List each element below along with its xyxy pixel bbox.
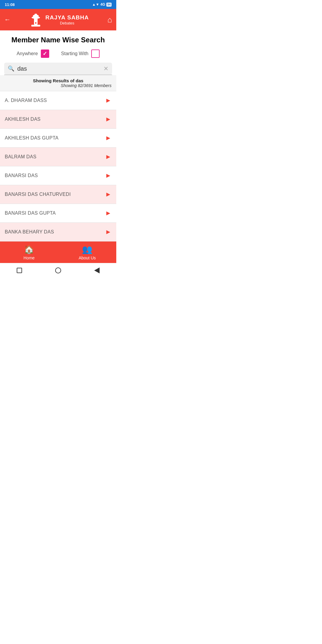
starting-with-label: Starting With (61, 51, 89, 56)
member-row[interactable]: AKHILESH DAS ► (0, 110, 116, 129)
search-input[interactable]: das (17, 65, 100, 72)
results-count: Showing 82/3691 Members (5, 83, 112, 90)
nav-home[interactable]: 🏠 Home (0, 242, 58, 263)
network-type: 4G (100, 2, 105, 7)
member-name: AKHILESH DAS (5, 117, 41, 122)
search-bar[interactable]: 🔍 das ✕ (4, 63, 112, 75)
member-name: BANARSI DAS CHATURVEDI (5, 192, 71, 197)
member-arrow-icon: ► (105, 191, 112, 198)
member-row[interactable]: BANARSI DAS ► (0, 166, 116, 185)
bottom-nav: 🏠 Home 👥 About Us (0, 242, 116, 263)
recent-icon (17, 268, 22, 273)
member-row[interactable]: AKHILESH DAS GUPTA ► (0, 129, 116, 148)
nav-about[interactable]: 👥 About Us (58, 242, 116, 263)
member-list: A. DHARAM DASS ► AKHILESH DAS ► AKHILESH… (0, 91, 116, 242)
member-arrow-icon: ► (105, 97, 112, 104)
member-arrow-icon: ► (105, 172, 112, 179)
header-title-block: RAJYA SABHA Debates (45, 14, 89, 25)
signal-icon: ▲▼ (92, 2, 99, 7)
back-triangle-icon (94, 267, 100, 273)
svg-rect-0 (31, 25, 40, 27)
member-arrow-icon: ► (105, 134, 112, 142)
member-arrow-icon: ► (105, 209, 112, 217)
header-title: RAJYA SABHA (45, 14, 89, 21)
app-header: ← RAJYA SABHA Debates ⌂ (0, 9, 116, 30)
search-icon: 🔍 (8, 65, 14, 72)
member-row[interactable]: A. DHARAM DASS ► (0, 91, 116, 110)
member-name: BANARSI DAS GUPTA (5, 210, 56, 216)
status-bar: 11:08 ▲▼ 4G 94 (0, 0, 116, 9)
anywhere-option[interactable]: Anywhere (17, 49, 49, 58)
member-arrow-icon: ► (105, 153, 112, 161)
member-name: BALRAM DAS (5, 154, 36, 160)
anywhere-label: Anywhere (17, 51, 38, 56)
member-name: AKHILESH DAS GUPTA (5, 135, 58, 141)
member-name: BANARSI DAS (5, 173, 38, 178)
android-recent-button[interactable] (16, 267, 23, 274)
back-button[interactable]: ← (4, 16, 11, 24)
member-name: BANKA BEHARY DAS (5, 229, 54, 235)
home-icon-header[interactable]: ⌂ (107, 15, 112, 24)
results-header: Showing Results of das Showing 82/3691 M… (0, 75, 116, 91)
svg-rect-4 (35, 14, 37, 16)
anywhere-checkbox[interactable] (41, 49, 49, 58)
home-circle-icon (55, 267, 61, 273)
header-subtitle: Debates (45, 21, 89, 25)
app-logo (29, 12, 42, 27)
android-home-button[interactable] (55, 267, 62, 274)
android-back-button[interactable] (93, 267, 100, 274)
clear-icon[interactable]: ✕ (103, 65, 109, 72)
member-row[interactable]: BANKA BEHARY DAS ► (0, 223, 116, 242)
home-icon-nav: 🏠 (24, 244, 34, 254)
member-row[interactable]: BANARSI DAS GUPTA ► (0, 204, 116, 223)
member-arrow-icon: ► (105, 228, 112, 236)
status-right: ▲▼ 4G 94 (92, 2, 112, 7)
page-title-section: Member Name Wise Search (0, 30, 116, 47)
search-options: Anywhere Starting With (0, 47, 116, 63)
about-icon-nav: 👥 (82, 244, 92, 254)
page-title: Member Name Wise Search (5, 36, 112, 44)
svg-point-5 (35, 22, 37, 24)
about-nav-label: About Us (79, 256, 96, 260)
member-arrow-icon: ► (105, 115, 112, 123)
member-row[interactable]: BANARSI DAS CHATURVEDI ► (0, 185, 116, 204)
battery-icon: 94 (106, 3, 112, 7)
member-row[interactable]: BALRAM DAS ► (0, 148, 116, 166)
android-nav-bar (0, 263, 116, 278)
home-nav-label: Home (24, 256, 35, 260)
status-time: 11:08 (5, 2, 15, 7)
starting-with-checkbox[interactable] (91, 49, 100, 58)
starting-with-option[interactable]: Starting With (61, 49, 100, 58)
member-name: A. DHARAM DASS (5, 98, 47, 103)
results-title: Showing Results of das (5, 78, 112, 83)
